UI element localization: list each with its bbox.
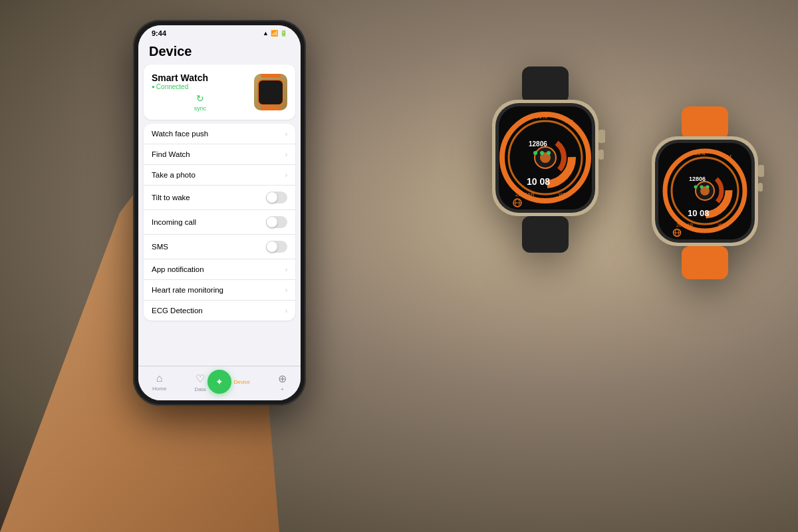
- svg-point-40: [700, 186, 704, 189]
- strap-bottom: [261, 106, 281, 110]
- menu-item-take-photo[interactable]: Take a photo ›: [144, 165, 295, 186]
- chevron-icon: ›: [285, 130, 287, 138]
- watch-black: 100% AM 12806 10 08 28 MAR WED: [472, 66, 618, 253]
- svg-text:AM: AM: [565, 118, 573, 124]
- watch-orange-svg: 100% AM 12806 10 08 26 MAR WED: [638, 106, 771, 279]
- ecg-fab-icon: ✦: [215, 376, 223, 387]
- svg-point-39: [694, 186, 698, 189]
- menu-item-label: Watch face push: [152, 130, 285, 138]
- tab-home-label: Home: [152, 386, 166, 392]
- chevron-icon: ›: [285, 287, 287, 294]
- tab-data[interactable]: ♡ Data: [194, 372, 205, 392]
- menu-item-sms[interactable]: SMS: [144, 235, 295, 259]
- svg-text:WED: WED: [718, 223, 729, 227]
- menu-item-watch-face-push[interactable]: Watch face push ›: [144, 124, 295, 144]
- incoming-call-toggle[interactable]: [266, 216, 287, 228]
- svg-text:26 MAR: 26 MAR: [676, 223, 693, 227]
- device-card[interactable]: Smart Watch Connected ↻ sync: [144, 65, 295, 120]
- svg-text:12806: 12806: [689, 176, 706, 182]
- add-icon: ⊕: [278, 372, 287, 385]
- menu-item-find-watch[interactable]: Find Watch ›: [144, 144, 295, 165]
- menu-item-heart-rate[interactable]: Heart rate monitoring ›: [144, 280, 295, 301]
- menu-item-incoming-call[interactable]: Incoming call: [144, 210, 295, 235]
- app-content: Device Smart Watch Connected ↻ sync: [138, 39, 301, 354]
- status-icons: ▲ 📶 🔋: [263, 30, 287, 37]
- tab-home[interactable]: ⌂ Home: [152, 372, 166, 392]
- svg-text:100%: 100%: [692, 150, 705, 156]
- home-icon: ⌂: [156, 372, 163, 384]
- strap-top: [261, 74, 281, 78]
- svg-rect-1: [522, 216, 569, 253]
- tab-data-label: Data: [194, 386, 205, 392]
- watch-thumbnail: [254, 74, 287, 110]
- menu-item-label: Heart rate monitoring: [152, 286, 285, 294]
- phone: 9:44 ▲ 📶 🔋 Device Smart Watch Connected: [133, 20, 306, 406]
- svg-rect-48: [758, 165, 764, 177]
- data-icon: ♡: [196, 372, 205, 385]
- tab-device[interactable]: ✦ Device: [233, 379, 249, 385]
- menu-item-label: Find Watch: [152, 150, 285, 158]
- device-status: Connected: [152, 83, 249, 90]
- menu-item-label: ECG Detection: [152, 307, 285, 315]
- signal-icon: ▲: [263, 30, 269, 37]
- menu-item-ecg[interactable]: ECG Detection ›: [144, 301, 295, 321]
- sms-toggle[interactable]: [266, 241, 287, 253]
- svg-point-16: [547, 151, 551, 155]
- svg-text:100%: 100%: [532, 113, 547, 120]
- scene: 9:44 ▲ 📶 🔋 Device Smart Watch Connected: [0, 0, 798, 532]
- chevron-icon: ›: [285, 151, 287, 158]
- wifi-icon: 📶: [271, 30, 278, 37]
- watches-container: 100% AM 12806 10 08 28 MAR WED: [472, 66, 771, 279]
- menu-item-label: Take a photo: [152, 171, 285, 179]
- phone-screen: 9:44 ▲ 📶 🔋 Device Smart Watch Connected: [138, 25, 301, 400]
- battery-icon: 🔋: [280, 30, 287, 37]
- tab-add-label: +: [281, 386, 284, 392]
- tab-bar: ⌂ Home ♡ Data ✦ Device ⊕ +: [138, 366, 301, 400]
- svg-point-14: [533, 151, 537, 155]
- svg-rect-25: [682, 106, 728, 140]
- sync-icon: ↻: [196, 93, 204, 104]
- device-name: Smart Watch: [152, 72, 249, 83]
- svg-rect-26: [682, 246, 728, 279]
- svg-rect-24: [598, 150, 604, 160]
- menu-item-label: Incoming call: [152, 218, 266, 226]
- menu-item-tilt-to-wake[interactable]: Tilt to wake: [144, 186, 295, 210]
- watch-black-svg: 100% AM 12806 10 08 28 MAR WED: [472, 66, 618, 253]
- watch-orange: 100% AM 12806 10 08 26 MAR WED: [638, 106, 771, 279]
- svg-rect-0: [522, 66, 569, 103]
- sync-button[interactable]: ↻ sync: [152, 93, 249, 112]
- menu-item-label: App notification: [152, 265, 285, 273]
- menu-item-app-notification[interactable]: App notification ›: [144, 259, 295, 280]
- tilt-to-wake-toggle[interactable]: [266, 192, 287, 203]
- svg-text:28 MAR: 28 MAR: [515, 192, 535, 198]
- menu-section: Watch face push › Find Watch › Take a ph…: [144, 124, 295, 321]
- svg-text:10 08: 10 08: [527, 176, 550, 187]
- svg-rect-49: [758, 183, 763, 192]
- device-info: Smart Watch Connected ↻ sync: [152, 72, 249, 112]
- status-bar: 9:44 ▲ 📶 🔋: [138, 25, 301, 39]
- chevron-icon: ›: [285, 307, 287, 315]
- status-time: 9:44: [152, 29, 166, 37]
- tab-device-label: Device: [233, 379, 249, 385]
- svg-text:12806: 12806: [529, 140, 547, 148]
- svg-text:WED: WED: [559, 192, 571, 198]
- chevron-icon: ›: [285, 266, 287, 273]
- chevron-icon: ›: [285, 172, 287, 179]
- svg-rect-23: [598, 130, 605, 143]
- tab-add[interactable]: ⊕ +: [278, 372, 287, 392]
- svg-text:10 08: 10 08: [688, 208, 710, 218]
- menu-item-label: SMS: [152, 243, 266, 251]
- page-title: Device: [138, 39, 301, 62]
- svg-text:AM: AM: [724, 154, 732, 160]
- sync-label: sync: [194, 105, 207, 112]
- ecg-fab-button[interactable]: ✦: [207, 370, 231, 394]
- menu-item-label: Tilt to wake: [152, 194, 266, 201]
- svg-point-41: [706, 186, 710, 189]
- svg-point-15: [540, 151, 544, 155]
